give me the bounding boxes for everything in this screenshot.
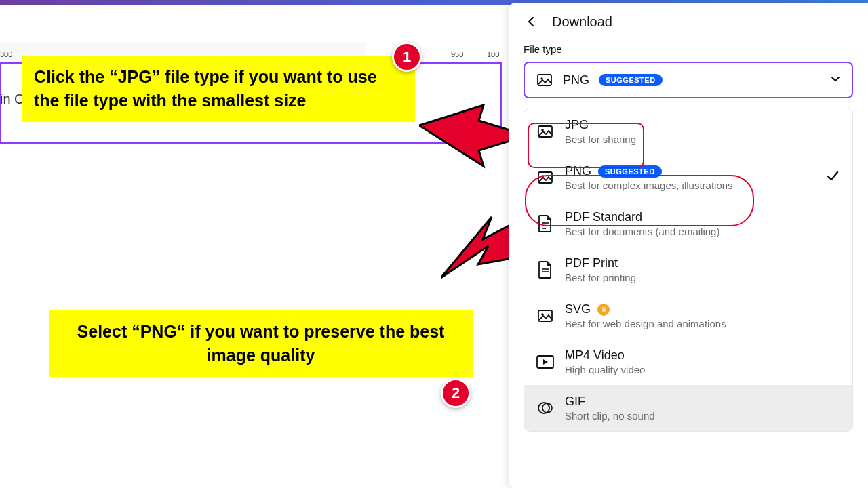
option-desc: Best for web design and animations [565, 318, 726, 329]
annotation-callout-2: Select “PNG“ if you want to preserve the… [49, 310, 473, 377]
option-name: PNG [565, 164, 591, 178]
option-name: PDF Standard [565, 210, 642, 224]
document-icon [536, 215, 554, 232]
image-icon [536, 169, 554, 186]
option-gif[interactable]: GIF Short clip, no sound [524, 385, 852, 431]
option-png[interactable]: PNGSUGGESTED Best for complex images, il… [524, 155, 852, 201]
panel-title: Download [552, 14, 612, 30]
option-name: PDF Print [565, 256, 618, 270]
panel-header: Download [509, 3, 868, 39]
option-pdf-print[interactable]: PDF Print Best for printing [524, 247, 852, 293]
option-name: JPG [565, 118, 589, 132]
option-name: MP4 Video [565, 348, 625, 363]
option-desc: Best for complex images, illustrations [565, 180, 733, 191]
svg-rect-13 [538, 310, 552, 321]
check-icon [825, 169, 840, 186]
svg-rect-2 [538, 75, 551, 85]
option-pdf-standard[interactable]: PDF Standard Best for documents (and ema… [524, 201, 852, 247]
svg-rect-6 [538, 172, 552, 183]
suggested-badge: SUGGESTED [599, 74, 663, 86]
video-icon [536, 353, 554, 371]
chevron-down-icon [830, 73, 841, 87]
image-icon [536, 123, 554, 140]
image-icon [536, 71, 553, 89]
ruler-mark: 300 [0, 50, 12, 58]
download-panel: Download File type PNG SUGGESTED JPG Bes… [509, 3, 868, 488]
option-desc: Short clip, no sound [565, 410, 655, 422]
step-badge-1: 1 [392, 42, 422, 72]
svg-point-18 [542, 403, 552, 413]
ruler-mark: 100 [487, 50, 499, 58]
file-type-select[interactable]: PNG SUGGESTED [524, 62, 853, 98]
option-desc: High quality video [565, 364, 645, 375]
option-jpg[interactable]: JPG Best for sharing [524, 108, 852, 155]
document-icon [536, 261, 554, 279]
option-name: SVG [565, 302, 591, 317]
file-type-dropdown: JPG Best for sharing PNGSUGGESTED Best f… [524, 108, 853, 432]
file-type-label: File type [524, 43, 853, 55]
ruler-mark: 950 [451, 50, 463, 58]
suggested-badge: SUGGESTED [598, 165, 662, 178]
svg-marker-16 [543, 359, 548, 365]
step-badge-2: 2 [441, 378, 471, 408]
back-button[interactable] [524, 14, 540, 30]
svg-rect-4 [538, 126, 552, 137]
option-desc: Best for documents (and emailing) [565, 226, 719, 237]
image-icon [536, 307, 554, 325]
option-desc: Best for sharing [565, 134, 636, 145]
option-name: GIF [565, 394, 585, 409]
canvas-label: in C [0, 92, 24, 107]
chevron-left-icon [526, 16, 537, 27]
crown-icon: ♛ [597, 304, 610, 316]
option-svg[interactable]: SVG♛ Best for web design and animations [524, 293, 852, 339]
gif-icon [536, 399, 554, 417]
option-desc: Best for printing [565, 272, 636, 283]
selected-file-type: PNG [563, 73, 589, 87]
option-mp4[interactable]: MP4 Video High quality video [524, 339, 852, 385]
annotation-callout-1: Click the “JPG” file type if you want to… [22, 56, 415, 122]
